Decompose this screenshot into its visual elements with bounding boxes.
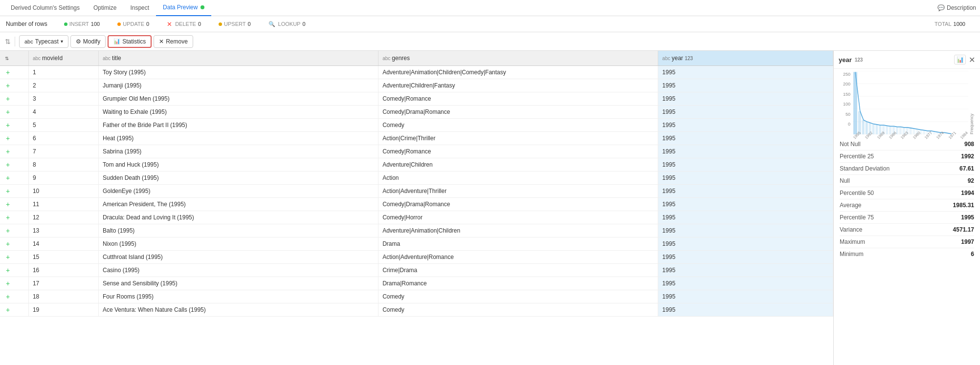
cell-genres: Action|Crime|Thriller (379, 131, 658, 145)
col-movieid[interactable]: abcmovieId (28, 51, 98, 65)
cell-movieid: 18 (28, 290, 98, 303)
cell-year: 1995 (658, 158, 833, 171)
svg-rect-19 (899, 127, 902, 134)
cell-title: Sabrina (1995) (98, 145, 378, 158)
col-year[interactable]: abcyear 123 (658, 51, 833, 65)
row-add[interactable]: + (0, 250, 28, 263)
table-area[interactable]: ⇅ abcmovieId abctitle abcgenres abcyear … (0, 51, 833, 365)
svg-rect-8 (862, 120, 865, 134)
row-add[interactable]: + (0, 145, 28, 158)
stats-row: Variance4571.17 (840, 224, 974, 236)
cell-genres: Drama (379, 237, 658, 250)
cell-genres: Action (379, 171, 658, 184)
cell-year: 1995 (658, 105, 833, 118)
nav-optimize[interactable]: Optimize (87, 0, 123, 16)
svg-rect-15 (886, 126, 888, 134)
remove-icon: ✕ (159, 38, 164, 45)
cell-movieid: 13 (28, 224, 98, 237)
row-add[interactable]: + (0, 171, 28, 184)
cell-genres: Comedy (379, 118, 658, 131)
row-add[interactable]: + (0, 105, 28, 118)
table-row: + 8 Tom and Huck (1995) Adventure|Childr… (0, 158, 833, 171)
sort-arrows: ⇅ (5, 56, 9, 61)
cell-title: Waiting to Exhale (1995) (98, 105, 378, 118)
cell-title: Balto (1995) (98, 224, 378, 237)
nav-derived-column[interactable]: Derived Column's Settings (4, 0, 87, 16)
row-add[interactable]: + (0, 79, 28, 92)
cell-title: Sense and Sensibility (1995) (98, 277, 378, 290)
row-add[interactable]: + (0, 277, 28, 290)
row-add[interactable]: + (0, 184, 28, 197)
row-add[interactable]: + (0, 197, 28, 211)
cell-movieid: 3 (28, 92, 98, 105)
typecast-button[interactable]: abc Typecast ▾ (19, 35, 68, 48)
row-add[interactable]: + (0, 290, 28, 303)
table-row: + 14 Nixon (1995) Drama 1995 (0, 237, 833, 250)
row-add[interactable]: + (0, 92, 28, 105)
table-row: + 1 Toy Story (1995) Adventure|Animation… (0, 65, 833, 79)
row-add[interactable]: + (0, 237, 28, 250)
modify-button[interactable]: ⚙ Modify (70, 35, 106, 48)
row-add[interactable]: + (0, 118, 28, 131)
cell-year: 1995 (658, 145, 833, 158)
cell-genres: Adventure|Animation|Children|Comedy|Fant… (379, 65, 658, 79)
toolbar-sep-1 (15, 37, 15, 46)
lookup-stat: 🔍 LOOKUP 0 (260, 21, 314, 27)
stats-row: Percentile 251992 (840, 150, 974, 163)
table-row: + 17 Sense and Sensibility (1995) Drama|… (0, 277, 833, 290)
table-row: + 19 Ace Ventura: When Nature Calls (199… (0, 303, 833, 316)
cell-genres: Comedy|Romance (379, 145, 658, 158)
table-row: + 2 Jumanji (1995) Adventure|Children|Fa… (0, 79, 833, 92)
chart-view-btn[interactable]: 📊 (954, 55, 966, 64)
cell-title: GoldenEye (1995) (98, 184, 378, 197)
modify-icon: ⚙ (76, 38, 81, 45)
cell-year: 1995 (658, 131, 833, 145)
cell-movieid: 17 (28, 277, 98, 290)
row-add[interactable]: + (0, 211, 28, 224)
cell-genres: Action|Adventure|Thriller (379, 184, 658, 197)
cell-genres: Adventure|Children|Fantasy (379, 79, 658, 92)
typecast-icon: abc (24, 39, 33, 44)
table-row: + 11 American President, The (1995) Come… (0, 197, 833, 211)
cell-year: 1995 (658, 65, 833, 79)
table-row: + 7 Sabrina (1995) Comedy|Romance 1995 (0, 145, 833, 158)
cell-title: Toy Story (1995) (98, 65, 378, 79)
top-nav: Derived Column's Settings Optimize Inspe… (0, 0, 980, 16)
row-add[interactable]: + (0, 131, 28, 145)
col-genres[interactable]: abcgenres (379, 51, 658, 65)
cell-year: 1995 (658, 303, 833, 316)
cell-year: 1995 (658, 171, 833, 184)
table-row: + 3 Grumpier Old Men (1995) Comedy|Roman… (0, 92, 833, 105)
close-stats-btn[interactable]: ✕ (969, 55, 975, 64)
row-add[interactable]: + (0, 303, 28, 316)
col-title[interactable]: abctitle (98, 51, 378, 65)
stats-bar: Number of rows INSERT 100 UPDATE 0 ✕ DEL… (0, 16, 980, 32)
typecast-chevron: ▾ (61, 39, 63, 44)
row-add[interactable]: + (0, 224, 28, 237)
sort-icon[interactable]: ⇅ (5, 38, 11, 45)
row-add[interactable]: + (0, 263, 28, 277)
table-row: + 13 Balto (1995) Adventure|Animation|Ch… (0, 224, 833, 237)
nav-data-preview[interactable]: Data Preview (156, 0, 211, 16)
remove-button[interactable]: ✕ Remove (154, 35, 193, 48)
cell-movieid: 6 (28, 131, 98, 145)
stats-panel: year 123 📊 ✕ 250 200 150 100 50 0 (833, 51, 980, 365)
stats-panel-header: year 123 📊 ✕ (834, 51, 980, 69)
cell-title: Nixon (1995) (98, 237, 378, 250)
cell-year: 1995 (658, 197, 833, 211)
row-add[interactable]: + (0, 158, 28, 171)
statistics-button[interactable]: 📊 Statistics (108, 35, 152, 48)
col-add: ⇅ (0, 51, 28, 65)
cell-movieid: 10 (28, 184, 98, 197)
cell-genres: Adventure|Animation|Children (379, 224, 658, 237)
cell-movieid: 4 (28, 105, 98, 118)
nav-inspect[interactable]: Inspect (123, 0, 156, 16)
table-row: + 4 Waiting to Exhale (1995) Comedy|Dram… (0, 105, 833, 118)
cell-year: 1995 (658, 184, 833, 197)
cell-movieid: 16 (28, 263, 98, 277)
cell-genres: Comedy|Drama|Romance (379, 105, 658, 118)
stats-grid: Not Null908Percentile 251992Standard Dev… (834, 134, 980, 264)
cell-year: 1995 (658, 277, 833, 290)
description-btn[interactable]: 💬 Description (937, 4, 976, 11)
row-add[interactable]: + (0, 65, 28, 79)
